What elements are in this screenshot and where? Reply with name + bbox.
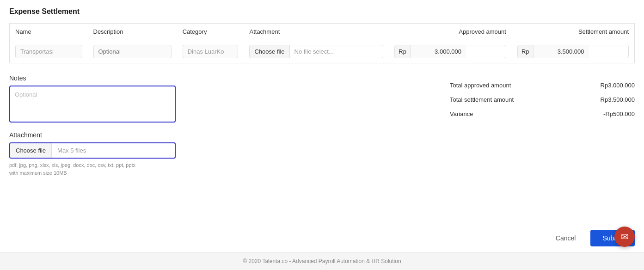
- variance-label: Variance: [450, 110, 473, 117]
- page-footer: © 2020 Talenta.co - Advanced Payroll Aut…: [0, 252, 644, 270]
- total-settlement-row: Total settlement amount Rp3.500.000: [450, 92, 635, 107]
- expense-table: Name Description Category Attachment App…: [9, 23, 635, 63]
- row-file-placeholder: No file select...: [290, 45, 383, 58]
- file-hint-line1: pdf, jpg, png, xlsx, xls, jpeg, docx, do…: [9, 161, 176, 169]
- footer-actions: Cancel Submit: [0, 224, 644, 252]
- bottom-section: Notes Attachment Choose file Max 5 files…: [9, 74, 635, 177]
- file-input-group: Choose file No file select...: [249, 45, 383, 58]
- col-header-description: Description: [88, 24, 177, 40]
- total-settlement-value: Rp3.500.000: [601, 96, 635, 103]
- description-cell: [88, 40, 177, 63]
- approved-amount-group: Rp: [394, 45, 506, 58]
- summary-table: Total approved amount Rp3.000.000 Total …: [450, 78, 635, 121]
- notes-textarea[interactable]: [9, 86, 176, 123]
- category-cell: [177, 40, 244, 63]
- table-row: Choose file No file select... Rp Rp: [10, 40, 635, 63]
- right-section: Total approved amount Rp3.000.000 Total …: [194, 78, 635, 177]
- approved-amount-input[interactable]: [411, 45, 466, 58]
- page-title: Expense Settlement: [9, 7, 635, 16]
- name-input[interactable]: [15, 45, 82, 58]
- file-hint: pdf, jpg, png, xlsx, xls, jpeg, docx, do…: [9, 161, 176, 177]
- attach-choose-file-button[interactable]: Choose file: [10, 143, 52, 158]
- col-header-category: Category: [177, 24, 244, 40]
- approved-cell: Rp: [389, 40, 512, 63]
- variance-value: -Rp500.000: [603, 110, 635, 117]
- description-input[interactable]: [93, 45, 172, 58]
- attachment-cell: Choose file No file select...: [244, 40, 389, 63]
- variance-row: Variance -Rp500.000: [450, 107, 635, 121]
- cancel-button[interactable]: Cancel: [548, 231, 583, 245]
- attachment-input-group: Choose file Max 5 files: [9, 142, 176, 159]
- chat-icon: ✉: [621, 231, 629, 242]
- file-hint-line2: with maximum size 10MB: [9, 169, 176, 177]
- footer-text: © 2020 Talenta.co - Advanced Payroll Aut…: [243, 258, 401, 264]
- category-input[interactable]: [183, 45, 239, 58]
- total-approved-label: Total approved amount: [450, 82, 511, 89]
- col-header-name: Name: [10, 24, 88, 40]
- approved-currency: Rp: [395, 45, 411, 58]
- settlement-amount-group: Rp: [517, 45, 629, 58]
- col-header-attachment: Attachment: [244, 24, 389, 40]
- chat-fab-button[interactable]: ✉: [614, 227, 635, 247]
- attach-placeholder: Max 5 files: [52, 143, 175, 158]
- col-header-settlement: Settlement amount: [512, 24, 635, 40]
- col-header-approved: Approved amount: [389, 24, 512, 40]
- total-approved-row: Total approved amount Rp3.000.000: [450, 78, 635, 92]
- total-settlement-label: Total settlement amount: [450, 96, 514, 103]
- left-section: Notes Attachment Choose file Max 5 files…: [9, 74, 176, 177]
- settlement-cell: Rp: [512, 40, 635, 63]
- total-approved-value: Rp3.000.000: [601, 82, 635, 89]
- settlement-currency: Rp: [518, 45, 534, 58]
- notes-section: Notes: [9, 74, 176, 124]
- notes-label: Notes: [9, 74, 176, 82]
- attachment-label: Attachment: [9, 131, 176, 139]
- row-choose-file-button[interactable]: Choose file: [250, 45, 289, 58]
- attachment-section: Attachment Choose file Max 5 files pdf, …: [9, 131, 176, 177]
- name-cell: [10, 40, 88, 63]
- settlement-amount-input[interactable]: [534, 45, 589, 58]
